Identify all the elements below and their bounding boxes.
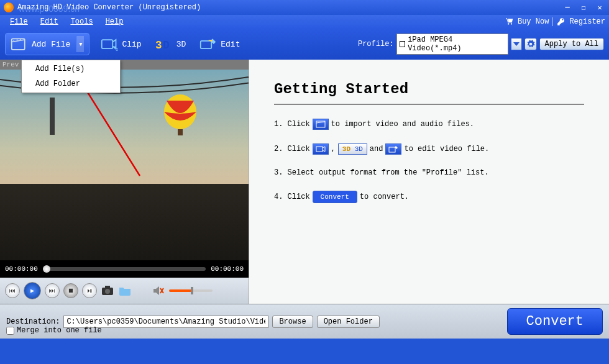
step-4-text-b: to convert. [360,193,409,201]
menu-help[interactable]: Help [99,16,130,27]
mute-button[interactable] [152,285,165,296]
app-logo-icon [4,2,14,12]
play-button[interactable]: ▶ [24,282,41,299]
dropdown-add-files[interactable]: Add File(s) [23,61,119,76]
step-2-and: and [370,145,383,153]
svg-point-15 [105,289,110,294]
mini-convert-button: Convert [313,191,357,203]
step-3: 3. Select output format from the "Profil… [274,168,584,177]
step-4-text-a: 4. Click [274,193,310,201]
buy-now-link[interactable]: Buy Now [518,17,549,26]
menu-file[interactable]: File [4,16,34,27]
svg-point-2 [13,40,14,41]
next-button[interactable]: ⏭ [45,283,60,298]
mini-add-file-icon [313,119,329,130]
folder-button[interactable] [118,285,132,296]
player-controls: ⏮ ▶ ⏭ ⏹ ⏯ [0,278,249,304]
snapshot-button[interactable] [101,285,114,296]
clip-button[interactable]: Clip [98,34,144,54]
add-file-dropdown-arrow[interactable]: ▾ [76,36,84,52]
convert-button[interactable]: Convert [507,308,603,335]
step-1: 1. Click to import video and audio files… [274,119,584,130]
3d-icon: 3D [155,37,173,52]
prev-button[interactable]: ⏮ [5,283,20,298]
step-2-text-d: to edit video file. [404,145,489,153]
film-add-icon [11,37,28,52]
time-current: 00:00:00 [5,265,38,273]
step-button[interactable]: ⏯ [82,283,97,298]
minimize-button[interactable]: — [562,3,573,12]
step-1-text-b: to import video and audio files. [331,120,474,129]
cart-icon [505,17,514,26]
dropdown-add-folder[interactable]: Add Folder [23,76,119,91]
time-bar: 00:00:00 00:00:00 [0,260,249,278]
bottom-panel: Destination: Browse Open Folder Merge in… [0,304,609,339]
svg-point-4 [20,39,21,40]
window-title: Amazing HD Video Converter (Unregistered… [17,3,201,12]
open-folder-button[interactable]: Open Folder [317,316,380,328]
toolbar: Add File ▾ Clip 3D 3D Edit Profile: iPad… [0,29,609,60]
profile-dropdown-arrow[interactable] [511,38,522,50]
add-file-button[interactable]: Add File ▾ [5,33,89,55]
mini-edit-icon [385,143,401,155]
svg-rect-16 [105,286,110,288]
svg-text:D: D [163,39,170,52]
titlebar: Amazing HD Video Converter (Unregistered… [0,0,609,15]
stop-button[interactable]: ⏹ [63,283,78,298]
profile-select[interactable]: iPad MPEG4 Video(*.mp4) [396,34,508,55]
step-2: 2. Click , 3D 3D and to edit video file. [274,143,584,155]
menu-edit[interactable]: Edit [34,16,65,27]
svg-rect-10 [201,41,212,48]
svg-rect-5 [102,40,113,48]
register-link[interactable]: Register [569,17,605,26]
menubar: File Edit Tools Help Buy Now Register [0,15,609,29]
menu-tools[interactable]: Tools [65,16,99,27]
edit-button[interactable]: Edit [197,34,242,54]
volume-thumb[interactable] [191,287,193,294]
step-2-text-a: 2. Click [274,145,310,153]
svg-line-18 [316,122,325,123]
seek-slider[interactable] [43,267,206,271]
clip-label: Clip [122,40,141,49]
time-total: 00:00:00 [211,265,244,273]
add-file-label: Add File [32,40,70,49]
video-preview [0,70,249,260]
browse-button[interactable]: Browse [272,316,313,328]
destination-label: Destination: [6,317,60,326]
edit-icon [199,37,217,52]
separator [552,17,553,26]
profile-label: Profile: [358,40,394,48]
3d-button[interactable]: 3D 3D [153,34,189,54]
edit-label: Edit [221,40,240,49]
svg-text:3: 3 [155,39,162,52]
device-icon [400,41,406,47]
svg-rect-20 [389,147,395,152]
step-2-comma: , [331,145,336,153]
close-button[interactable]: ✕ [594,3,605,12]
svg-point-3 [17,39,18,40]
apply-to-all-button[interactable]: Apply to All [539,38,604,50]
step-1-text-a: 1. Click [274,120,310,129]
merge-checkbox[interactable] [6,327,14,335]
volume-slider[interactable] [169,289,213,292]
key-icon [557,17,566,26]
getting-started-title: Getting Started [274,75,584,105]
clip-icon [101,37,118,52]
svg-rect-19 [316,147,323,152]
svg-point-7 [116,48,119,51]
merge-label: Merge into one file [17,326,102,335]
seek-thumb[interactable] [43,265,50,273]
settings-button[interactable] [524,38,537,50]
svg-rect-13 [178,129,183,135]
maximize-button[interactable]: ☐ [578,3,589,12]
add-file-dropdown-menu: Add File(s) Add Folder [21,60,121,93]
right-pane: Getting Started 1. Click to import video… [249,60,609,304]
mini-clip-icon [313,143,329,155]
balloon-icon [162,94,199,144]
3d-label: 3D [176,40,186,49]
profile-value: iPad MPEG4 Video(*.mp4) [408,35,505,53]
left-pane: Prev 00:00:00 00:00:00 ⏮ ▶ ⏭ ⏹ [0,60,249,304]
mini-3d-icon: 3D 3D [338,143,367,155]
step-3-text: 3. Select output format from the "Profil… [274,168,489,177]
step-4: 4. Click Convert to convert. [274,191,584,203]
